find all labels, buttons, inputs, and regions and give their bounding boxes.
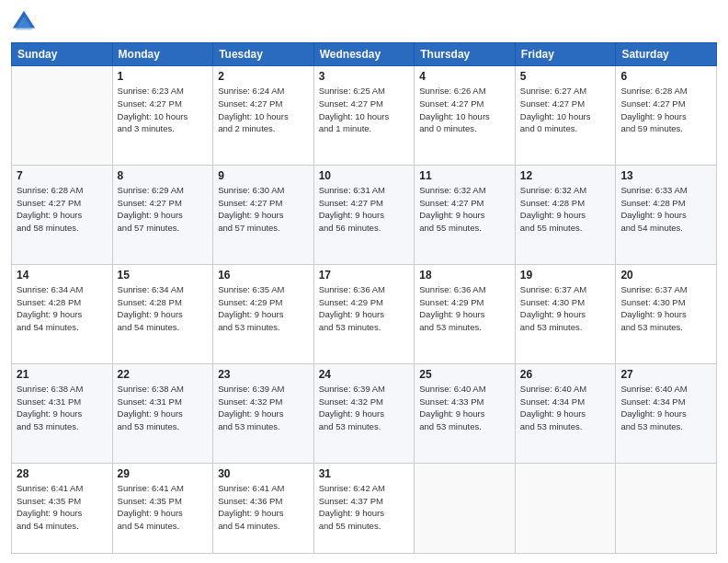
week-row-2: 14Sunrise: 6:34 AMSunset: 4:28 PMDayligh… bbox=[12, 264, 717, 363]
header bbox=[11, 9, 717, 35]
day-info: Sunrise: 6:30 AMSunset: 4:27 PMDaylight:… bbox=[218, 184, 309, 235]
calendar-cell: 20Sunrise: 6:37 AMSunset: 4:30 PMDayligh… bbox=[616, 264, 717, 363]
day-number: 4 bbox=[419, 70, 510, 83]
calendar-cell: 17Sunrise: 6:36 AMSunset: 4:29 PMDayligh… bbox=[313, 264, 415, 363]
week-row-3: 21Sunrise: 6:38 AMSunset: 4:31 PMDayligh… bbox=[12, 363, 717, 463]
weekday-header-row: SundayMondayTuesdayWednesdayThursdayFrid… bbox=[12, 43, 717, 66]
logo-icon bbox=[11, 9, 37, 35]
weekday-header-monday: Monday bbox=[112, 43, 213, 66]
day-info: Sunrise: 6:34 AMSunset: 4:28 PMDaylight:… bbox=[17, 283, 108, 334]
calendar-cell: 2Sunrise: 6:24 AMSunset: 4:27 PMDaylight… bbox=[213, 66, 314, 166]
weekday-header-friday: Friday bbox=[515, 43, 616, 66]
day-info: Sunrise: 6:36 AMSunset: 4:29 PMDaylight:… bbox=[319, 283, 410, 334]
calendar-cell bbox=[616, 463, 717, 553]
calendar-cell: 4Sunrise: 6:26 AMSunset: 4:27 PMDaylight… bbox=[415, 66, 516, 166]
calendar-cell: 5Sunrise: 6:27 AMSunset: 4:27 PMDaylight… bbox=[515, 66, 616, 166]
weekday-header-wednesday: Wednesday bbox=[313, 43, 415, 66]
logo bbox=[11, 9, 40, 35]
day-number: 28 bbox=[17, 467, 108, 480]
day-info: Sunrise: 6:35 AMSunset: 4:29 PMDaylight:… bbox=[218, 283, 309, 334]
calendar-cell: 22Sunrise: 6:38 AMSunset: 4:31 PMDayligh… bbox=[112, 363, 213, 463]
day-number: 29 bbox=[118, 467, 209, 480]
day-number: 19 bbox=[520, 269, 611, 282]
day-number: 5 bbox=[520, 70, 611, 83]
calendar-cell: 12Sunrise: 6:32 AMSunset: 4:28 PMDayligh… bbox=[515, 165, 616, 264]
day-info: Sunrise: 6:23 AMSunset: 4:27 PMDaylight:… bbox=[118, 85, 209, 135]
day-number: 27 bbox=[620, 368, 711, 381]
day-number: 11 bbox=[419, 169, 510, 182]
day-number: 2 bbox=[218, 70, 309, 83]
day-info: Sunrise: 6:26 AMSunset: 4:27 PMDaylight:… bbox=[419, 85, 510, 135]
weekday-header-sunday: Sunday bbox=[12, 43, 113, 66]
day-number: 14 bbox=[17, 269, 108, 282]
calendar-cell: 8Sunrise: 6:29 AMSunset: 4:27 PMDaylight… bbox=[112, 165, 213, 264]
day-info: Sunrise: 6:25 AMSunset: 4:27 PMDaylight:… bbox=[319, 85, 410, 135]
day-info: Sunrise: 6:38 AMSunset: 4:31 PMDaylight:… bbox=[17, 383, 108, 433]
day-info: Sunrise: 6:37 AMSunset: 4:30 PMDaylight:… bbox=[520, 283, 611, 334]
day-info: Sunrise: 6:31 AMSunset: 4:27 PMDaylight:… bbox=[319, 184, 410, 235]
day-number: 8 bbox=[118, 169, 209, 182]
calendar-cell bbox=[415, 463, 516, 553]
calendar-cell: 29Sunrise: 6:41 AMSunset: 4:35 PMDayligh… bbox=[112, 463, 213, 553]
calendar-cell: 6Sunrise: 6:28 AMSunset: 4:27 PMDaylight… bbox=[616, 66, 717, 166]
day-number: 22 bbox=[118, 368, 209, 381]
calendar-cell: 19Sunrise: 6:37 AMSunset: 4:30 PMDayligh… bbox=[515, 264, 616, 363]
calendar-cell: 7Sunrise: 6:28 AMSunset: 4:27 PMDaylight… bbox=[12, 165, 113, 264]
calendar-cell: 23Sunrise: 6:39 AMSunset: 4:32 PMDayligh… bbox=[213, 363, 314, 463]
calendar-cell: 18Sunrise: 6:36 AMSunset: 4:29 PMDayligh… bbox=[415, 264, 516, 363]
day-info: Sunrise: 6:39 AMSunset: 4:32 PMDaylight:… bbox=[218, 383, 309, 433]
calendar-cell: 24Sunrise: 6:39 AMSunset: 4:32 PMDayligh… bbox=[313, 363, 415, 463]
day-info: Sunrise: 6:28 AMSunset: 4:27 PMDaylight:… bbox=[620, 85, 711, 135]
calendar-cell: 26Sunrise: 6:40 AMSunset: 4:34 PMDayligh… bbox=[515, 363, 616, 463]
weekday-header-tuesday: Tuesday bbox=[213, 43, 314, 66]
calendar-cell: 27Sunrise: 6:40 AMSunset: 4:34 PMDayligh… bbox=[616, 363, 717, 463]
weekday-header-thursday: Thursday bbox=[415, 43, 516, 66]
week-row-4: 28Sunrise: 6:41 AMSunset: 4:35 PMDayligh… bbox=[12, 463, 717, 553]
page: SundayMondayTuesdayWednesdayThursdayFrid… bbox=[0, 0, 728, 563]
day-info: Sunrise: 6:40 AMSunset: 4:34 PMDaylight:… bbox=[620, 383, 711, 433]
day-number: 9 bbox=[218, 169, 309, 182]
day-number: 7 bbox=[17, 169, 108, 182]
calendar-cell: 15Sunrise: 6:34 AMSunset: 4:28 PMDayligh… bbox=[112, 264, 213, 363]
calendar-cell: 10Sunrise: 6:31 AMSunset: 4:27 PMDayligh… bbox=[313, 165, 415, 264]
week-row-0: 1Sunrise: 6:23 AMSunset: 4:27 PMDaylight… bbox=[12, 66, 717, 166]
day-info: Sunrise: 6:32 AMSunset: 4:28 PMDaylight:… bbox=[520, 184, 611, 235]
day-info: Sunrise: 6:37 AMSunset: 4:30 PMDaylight:… bbox=[620, 283, 711, 334]
day-info: Sunrise: 6:32 AMSunset: 4:27 PMDaylight:… bbox=[419, 184, 510, 235]
day-info: Sunrise: 6:40 AMSunset: 4:34 PMDaylight:… bbox=[520, 383, 611, 433]
day-number: 17 bbox=[319, 269, 410, 282]
day-number: 21 bbox=[17, 368, 108, 381]
calendar-cell: 13Sunrise: 6:33 AMSunset: 4:28 PMDayligh… bbox=[616, 165, 717, 264]
day-info: Sunrise: 6:27 AMSunset: 4:27 PMDaylight:… bbox=[520, 85, 611, 135]
calendar-cell bbox=[12, 66, 113, 166]
day-info: Sunrise: 6:29 AMSunset: 4:27 PMDaylight:… bbox=[118, 184, 209, 235]
calendar-cell: 14Sunrise: 6:34 AMSunset: 4:28 PMDayligh… bbox=[12, 264, 113, 363]
day-info: Sunrise: 6:24 AMSunset: 4:27 PMDaylight:… bbox=[218, 85, 309, 135]
day-info: Sunrise: 6:41 AMSunset: 4:35 PMDaylight:… bbox=[17, 482, 108, 533]
calendar-cell: 11Sunrise: 6:32 AMSunset: 4:27 PMDayligh… bbox=[415, 165, 516, 264]
day-info: Sunrise: 6:38 AMSunset: 4:31 PMDaylight:… bbox=[118, 383, 209, 433]
day-number: 24 bbox=[319, 368, 410, 381]
day-info: Sunrise: 6:34 AMSunset: 4:28 PMDaylight:… bbox=[118, 283, 209, 334]
day-info: Sunrise: 6:40 AMSunset: 4:33 PMDaylight:… bbox=[419, 383, 510, 433]
calendar-cell: 16Sunrise: 6:35 AMSunset: 4:29 PMDayligh… bbox=[213, 264, 314, 363]
day-number: 1 bbox=[118, 70, 209, 83]
day-info: Sunrise: 6:41 AMSunset: 4:36 PMDaylight:… bbox=[218, 482, 309, 533]
day-info: Sunrise: 6:42 AMSunset: 4:37 PMDaylight:… bbox=[319, 482, 410, 533]
calendar-cell: 30Sunrise: 6:41 AMSunset: 4:36 PMDayligh… bbox=[213, 463, 314, 553]
day-number: 12 bbox=[520, 169, 611, 182]
calendar-cell: 1Sunrise: 6:23 AMSunset: 4:27 PMDaylight… bbox=[112, 66, 213, 166]
day-number: 26 bbox=[520, 368, 611, 381]
calendar-cell: 9Sunrise: 6:30 AMSunset: 4:27 PMDaylight… bbox=[213, 165, 314, 264]
calendar-cell: 25Sunrise: 6:40 AMSunset: 4:33 PMDayligh… bbox=[415, 363, 516, 463]
day-number: 31 bbox=[319, 467, 410, 480]
day-number: 6 bbox=[620, 70, 711, 83]
day-info: Sunrise: 6:36 AMSunset: 4:29 PMDaylight:… bbox=[419, 283, 510, 334]
day-number: 16 bbox=[218, 269, 309, 282]
weekday-header-saturday: Saturday bbox=[616, 43, 717, 66]
day-number: 25 bbox=[419, 368, 510, 381]
day-info: Sunrise: 6:28 AMSunset: 4:27 PMDaylight:… bbox=[17, 184, 108, 235]
day-number: 20 bbox=[620, 269, 711, 282]
week-row-1: 7Sunrise: 6:28 AMSunset: 4:27 PMDaylight… bbox=[12, 165, 717, 264]
day-info: Sunrise: 6:39 AMSunset: 4:32 PMDaylight:… bbox=[319, 383, 410, 433]
